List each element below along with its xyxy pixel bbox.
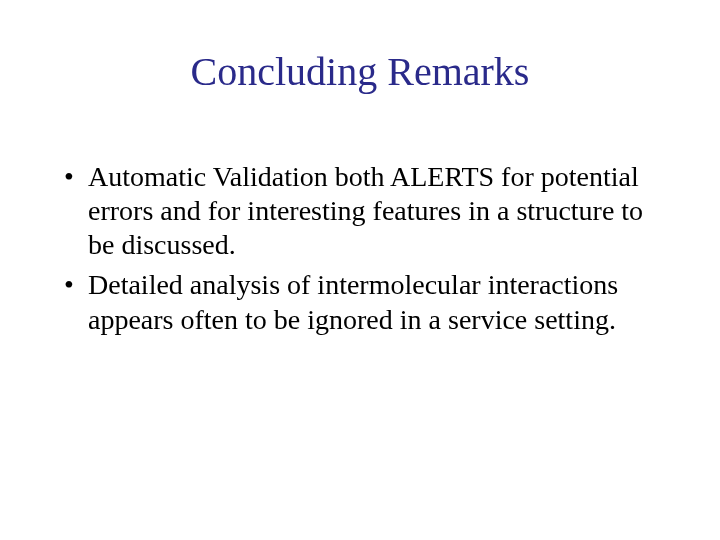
list-item: Automatic Validation both ALERTS for pot… <box>60 160 660 262</box>
slide-title: Concluding Remarks <box>0 48 720 95</box>
bullet-list: Automatic Validation both ALERTS for pot… <box>60 160 660 337</box>
slide-body: Automatic Validation both ALERTS for pot… <box>60 160 660 343</box>
slide: Concluding Remarks Automatic Validation … <box>0 0 720 540</box>
list-item: Detailed analysis of intermolecular inte… <box>60 268 660 336</box>
